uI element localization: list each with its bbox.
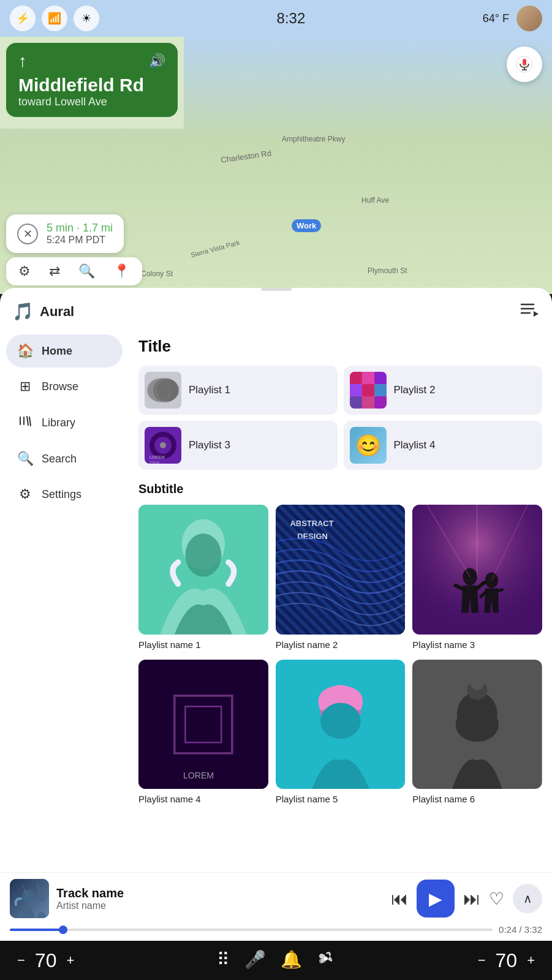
settings-icon[interactable]: ⚙ [18, 263, 31, 279]
concert-bg [412, 505, 542, 635]
playlist-card-1[interactable]: Playlist 1 [138, 366, 338, 415]
close-button[interactable]: ✕ [17, 224, 38, 244]
volume-right-control: − 70 + [473, 949, 540, 972]
playlist-card-3[interactable]: LOREM IPSUM Playlist 3 [138, 421, 338, 470]
clock: 8:32 [277, 10, 306, 27]
svg-rect-33 [374, 384, 387, 396]
svg-rect-30 [374, 372, 387, 384]
route-icon[interactable]: ⇄ [49, 263, 60, 279]
grid-icon[interactable]: ⠿ [217, 949, 230, 972]
eta-duration-distance: 5 min · 1.7 mi [47, 222, 113, 235]
nav-street: Middlefield Rd [18, 75, 165, 96]
mic-button[interactable] [507, 47, 542, 82]
volume-left-control: − 70 + [12, 949, 79, 972]
road-label-amphitheatre: Amphitheatre Pkwy [282, 135, 345, 143]
status-left: ⚡ 📶 ☀ [10, 6, 99, 31]
map-toolbar: ⚙ ⇄ 🔍 📍 [6, 257, 142, 285]
current-time: 0:24 [499, 924, 516, 935]
sidebar-item-home[interactable]: 🏠 Home [6, 334, 123, 368]
playlist-thumb-3: LOREM IPSUM [145, 427, 181, 464]
sidebar-item-library[interactable]: Library [6, 405, 123, 440]
playlist-name-card-2[interactable]: ABSTRACT DESIGN [276, 505, 406, 650]
next-track-button[interactable]: ⏭ [463, 889, 480, 909]
nav-volume-icon[interactable]: 🔊 [149, 53, 165, 69]
mic-nav-icon[interactable]: 🎤 [244, 949, 266, 972]
map-area[interactable]: Charleston Rd Amphitheatre Pkwy Plymouth… [0, 37, 552, 294]
progress-track[interactable] [10, 929, 493, 931]
vol-right-plus-button[interactable]: + [522, 950, 540, 971]
app-area: 🎵 Aural 🏠 Home ⊞ Browse [0, 288, 552, 900]
road-label-colony: Colony St [141, 270, 173, 278]
svg-rect-34 [350, 396, 362, 409]
svg-text:DESIGN: DESIGN [297, 532, 328, 541]
track-thumbnail [10, 879, 49, 918]
sidebar-item-search[interactable]: 🔍 Search [6, 442, 123, 475]
playlist-name-card-5[interactable]: Playlist name 5 [276, 660, 406, 805]
track-name: Track name [56, 886, 384, 900]
sidebar-item-settings-label: Settings [42, 488, 81, 501]
play-pause-button[interactable]: ▶ [417, 880, 455, 918]
queue-icon[interactable] [520, 301, 540, 322]
app-logo: 🎵 Aural [12, 301, 74, 322]
svg-rect-36 [374, 396, 387, 409]
status-right: 64° F [483, 6, 542, 31]
playlist-thumb-2 [350, 372, 387, 409]
main-content: Title Playlist 1 [129, 328, 552, 826]
svg-point-66 [470, 676, 485, 690]
playlist-grid-featured: Playlist 1 [138, 366, 542, 470]
fan-icon[interactable] [317, 949, 335, 972]
like-button[interactable]: ♡ [489, 889, 504, 909]
section-subtitle: Subtitle [138, 482, 542, 496]
playlist-name-img-4: LOREM [138, 660, 268, 790]
playlist-card-2[interactable]: Playlist 2 [344, 366, 543, 415]
progress-bar-row: 0:24 / 3:32 [0, 924, 552, 941]
svg-text:IPSUM: IPSUM [149, 461, 159, 464]
location-pin-icon[interactable]: 📍 [113, 263, 130, 279]
sidebar-item-settings[interactable]: ⚙ Settings [6, 478, 123, 511]
sidebar-item-search-label: Search [42, 453, 77, 466]
svg-rect-24 [145, 372, 181, 409]
progress-time: 0:24 / 3:32 [499, 924, 542, 935]
svg-rect-31 [350, 384, 362, 396]
playlist-name-img-5 [276, 660, 406, 790]
nav-direction-arrow: ↑ [18, 51, 27, 71]
playlist-card-4[interactable]: 😊 Playlist 4 [344, 421, 543, 470]
bottom-nav-center-icons: ⠿ 🎤 🔔 [217, 949, 335, 972]
svg-rect-29 [362, 372, 374, 384]
green-person-bg [138, 505, 268, 635]
status-bar: ⚡ 📶 ☀ 8:32 64° F [0, 0, 552, 37]
sidebar-item-browse[interactable]: ⊞ Browse [6, 370, 123, 403]
app-layout: 🏠 Home ⊞ Browse Library � [0, 328, 552, 826]
playlist-name-card-6[interactable]: Playlist name 6 [412, 660, 542, 805]
playlist-name-card-1[interactable]: Playlist name 1 [138, 505, 268, 650]
search-icon[interactable]: 🔍 [78, 263, 95, 279]
bell-icon[interactable]: 🔔 [281, 949, 302, 972]
playlist-name-card-3[interactable]: Playlist name 3 [412, 505, 542, 650]
svg-point-25 [147, 379, 169, 401]
playlist-name-2-label: Playlist name 2 [276, 639, 406, 650]
sidebar-item-home-label: Home [42, 345, 72, 358]
road-label-huff: Huff Ave [361, 196, 389, 205]
svg-rect-16 [523, 59, 526, 66]
svg-rect-28 [350, 372, 362, 384]
playlist-name-img-3 [412, 505, 542, 635]
avatar[interactable] [516, 6, 542, 31]
svg-rect-32 [362, 384, 374, 396]
playlist-2-label: Playlist 2 [394, 384, 436, 396]
player-controls: ⏮ ▶ ⏭ ♡ ∧ [391, 880, 542, 918]
vol-left-minus-button[interactable]: − [12, 950, 30, 971]
expand-button[interactable]: ∧ [513, 884, 542, 913]
now-playing-bar: Track name Artist name ⏮ ▶ ⏭ ♡ ∧ 0:24 / … [0, 872, 552, 941]
vol-left-plus-button[interactable]: + [61, 950, 79, 971]
prev-track-button[interactable]: ⏮ [391, 889, 408, 909]
playlist-names-row2: LOREM Playlist name 4 [138, 660, 542, 805]
section-title: Title [138, 337, 542, 356]
svg-point-67 [456, 707, 499, 741]
track-artist: Artist name [56, 900, 384, 911]
playlist-name-card-4[interactable]: LOREM Playlist name 4 [138, 660, 268, 805]
smiley-icon: 😊 [350, 427, 387, 464]
vol-right-minus-button[interactable]: − [473, 950, 491, 971]
progress-dot[interactable] [59, 925, 67, 934]
track-info: Track name Artist name [56, 886, 384, 911]
svg-rect-23 [23, 417, 25, 425]
